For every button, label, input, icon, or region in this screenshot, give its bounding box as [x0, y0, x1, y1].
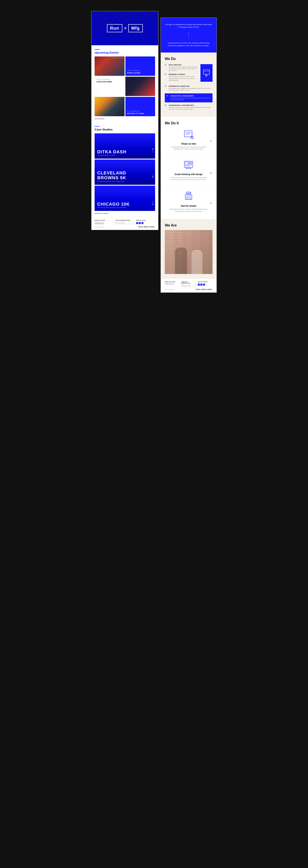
upcoming-events-section: Upcoming Events People running JUN 18 / … [91, 45, 158, 122]
who-we-are-section: We Are [161, 219, 217, 278]
nail-icon: START [183, 191, 195, 203]
case-study-ditka[interactable]: CASE STUDY 01 DITKA DASH Da race that th… [94, 133, 155, 159]
footer-left: Send us a Note: www.runmfg.com info@runm… [91, 217, 158, 230]
google-icon[interactable]: g [141, 222, 143, 224]
facebook-icon[interactable]: f [136, 222, 138, 224]
what-we-do-title: We Do [165, 57, 213, 61]
twitter-icon[interactable]: t [139, 222, 141, 224]
svg-point-28 [186, 197, 187, 197]
service-3-title: EXPERIENTIAL MARKETING [169, 86, 213, 87]
footer-social-label: Keep in touch: [136, 220, 155, 221]
footer-grid-left: Send us a Note: www.runmfg.com info@runm… [94, 220, 155, 224]
shape-icon [183, 130, 195, 141]
case-study-browns[interactable]: CASE STUDY 02 CLEVELANDBROWNS 5K Poundin… [94, 159, 155, 185]
how-we-do-it-title: We Do It [165, 121, 213, 125]
footer-newsletter-label: Join our Newsletter: [115, 220, 134, 221]
svg-point-29 [188, 197, 188, 197]
footer-send-label: Send us a Note: [94, 220, 114, 221]
event-card-runner-red[interactable] [125, 77, 155, 96]
event-card-motor-city[interactable]: JUL 4 / DETROIT MI MOTOR CITY MINI ← [125, 97, 155, 116]
service-3-desc: We customize crowd engagement strategy, … [169, 87, 213, 91]
chicago-arrow[interactable]: → [96, 92, 122, 94]
how-step-guide: Guide thinking with design To be memorab… [165, 160, 213, 186]
event-motor-tag: JUL 4 / DETROIT MI [127, 111, 153, 112]
footer-right-send-label: Send us a Note: [165, 281, 179, 282]
how-step-shape: Shape an idea Our starting brief is good… [165, 130, 213, 155]
svg-point-30 [189, 197, 190, 197]
service-5-num: 05 [165, 104, 167, 110]
guide-icon [183, 160, 195, 171]
twitter-icon-right[interactable]: t [200, 284, 202, 286]
event-card-chicago-mini[interactable]: JUN 18 / CHICAGO IL CHICAGO MINI → [94, 77, 124, 96]
right-enrich-text: We bring uncommon events to life, partne… [165, 42, 212, 47]
case-study-browns-subtitle: Pounding the pavement with the Dawg Poun… [97, 181, 126, 182]
case-study-chicago10k-dots [152, 201, 153, 205]
motor-arrow[interactable]: ← [151, 112, 153, 115]
service-item-1: 01 RACE CREATION We create races that ar… [165, 64, 199, 72]
nail-title: Nail the details [181, 205, 196, 207]
case-studies-section: Case Studies CASE STUDY 01 DITKA DASH Da… [91, 122, 158, 217]
event-ditka-name: DITKA DASH [127, 72, 153, 74]
view-all-case-studies-link[interactable]: View All Case Studies → [94, 213, 155, 214]
guide-desc: To be memorable, a story must be well to… [169, 177, 208, 181]
footer-right-social-icons: f t g [198, 284, 213, 286]
how-we-do-it-section: We Do It [161, 117, 217, 219]
view-all-events-link[interactable]: View All Events → [94, 118, 155, 120]
event-ditka-tag: JUN 18 / CHICAGO IL [127, 70, 153, 71]
facebook-icon-right[interactable]: f [198, 284, 200, 286]
newsletter-arrow-icon: → [133, 222, 134, 224]
footer-social-icons: f t g [136, 222, 155, 224]
svg-point-34 [189, 198, 190, 199]
svg-rect-13 [185, 162, 188, 164]
svg-point-25 [188, 195, 188, 196]
google-icon-right[interactable]: g [203, 284, 205, 286]
service-1-num: 01 [165, 64, 167, 72]
event-card-ditka-blue[interactable]: JUN 18 / CHICAGO IL DITKA DASH [125, 57, 155, 76]
case-study-browns-title: CLEVELANDBROWNS 5K [97, 170, 126, 180]
case-studies-title: Case Studies [94, 128, 155, 131]
svg-point-27 [190, 195, 191, 196]
events-grid: People running JUN 18 / CHICAGO IL DITKA… [94, 57, 155, 116]
case-study-ditka-subtitle: Da race that thinks it's a party. [97, 155, 127, 156]
footer-right-newsletter-label: Join our Newsletter: [181, 281, 196, 284]
event-card-yellow-runner[interactable] [94, 97, 124, 116]
nail-desc: We thoughtfully produce every piece, orc… [169, 208, 208, 212]
right-intro-section: Run Mfg is an independent race design an… [161, 18, 217, 53]
logo-mfg: Mfg [128, 24, 143, 32]
case-study-chicago10k-subtitle: From start & finish in Chicago's iconic … [97, 207, 130, 208]
case-studies-underline [94, 126, 100, 127]
svg-point-33 [188, 198, 188, 199]
who-we-are-title: We Are [165, 223, 213, 227]
case-study-browns-dots [152, 175, 153, 179]
footer-right-email: info@runmfg.com [165, 283, 179, 284]
step-dots-1 [211, 141, 212, 144]
event-chicago-name: CHICAGO MINI [96, 81, 122, 83]
service-4-num: 04 [167, 95, 169, 101]
svg-rect-14 [189, 162, 192, 163]
right-website: Run Mfg is an independent race design an… [161, 18, 217, 292]
shape-title: Shape an idea [181, 143, 196, 145]
service-item-5: 05 SPONSORSHIP & PARTNERSHIPS We partner… [165, 104, 213, 110]
footer-right-newsletter-input[interactable] [181, 284, 194, 287]
event-card-runners-photo[interactable]: People running [94, 57, 124, 76]
service-4-title: PRODUCTION & MANAGEMENT [170, 95, 211, 97]
svg-text:START: START [187, 192, 191, 194]
footer-newsletter-input[interactable] [115, 222, 133, 224]
svg-rect-15 [189, 163, 192, 164]
service-3-num: 03 [165, 86, 167, 91]
footer-bottom-right: ©2017 Run Mfg, Inc. RUNS MADE HERE. [165, 289, 213, 290]
case-study-ditka-title: DITKA DASH [97, 150, 127, 154]
service-2-num: 02 [165, 73, 167, 81]
case-study-browns-content: CLEVELANDBROWNS 5K Pounding the pavement… [97, 170, 126, 182]
footer-right: Send us a Note: info@runmfg.com Join our… [161, 278, 217, 292]
guide-title: Guide thinking with design [175, 173, 203, 176]
case-study-chicago10k[interactable]: CASE STUDY 03 CHICAGO 10K From start & f… [94, 186, 155, 211]
service-1-title: RACE CREATION [169, 64, 199, 66]
svg-point-35 [190, 198, 191, 199]
footer-send-email: info@runmfg.com [94, 223, 114, 224]
svg-point-24 [186, 195, 187, 196]
svg-point-26 [189, 195, 190, 196]
footer-right-arrow-icon: → [194, 285, 196, 286]
footer-tagline: RUNS MADE HERE. [138, 226, 155, 227]
svg-rect-4 [184, 131, 192, 137]
